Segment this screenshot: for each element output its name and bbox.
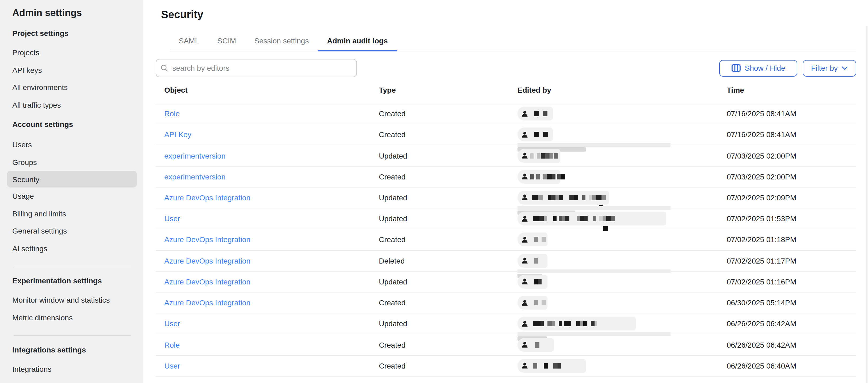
- admin-settings-page: Admin settings Project settingsProjectsA…: [0, 0, 868, 383]
- sidebar-item-projects[interactable]: Projects: [7, 44, 137, 61]
- object-cell: experimentversion: [156, 151, 379, 160]
- time-cell: 06/26/2025 06:40AM: [727, 361, 856, 370]
- redaction-block: [554, 153, 558, 158]
- sidebar-sections: Project settingsProjectsAPI keysAll envi…: [12, 28, 134, 378]
- redaction-block: [535, 342, 539, 347]
- redaction-block: [561, 174, 565, 179]
- redacted-text-bar: [518, 206, 671, 210]
- redaction-block: [534, 132, 539, 138]
- redaction-block: [544, 216, 547, 221]
- sidebar-item-metric-dimensions[interactable]: Metric dimensions: [7, 309, 137, 326]
- table-row: experimentversionCreated07/03/2025 02:00…: [156, 166, 856, 187]
- show-hide-button[interactable]: Show / Hide: [719, 60, 797, 76]
- table-row: RoleCreated07/16/2025 08:41AM: [156, 104, 856, 124]
- filter-by-button[interactable]: Filter by: [803, 60, 856, 76]
- redaction-block: [533, 321, 540, 326]
- scrollbar[interactable]: [866, 26, 867, 383]
- object-link[interactable]: experimentversion: [164, 151, 225, 160]
- redaction-block: [592, 195, 596, 200]
- show-hide-label: Show / Hide: [745, 64, 785, 72]
- redaction-block: [580, 216, 584, 221]
- sidebar-item-monitor-window-and-statistics[interactable]: Monitor window and statistics: [7, 291, 137, 309]
- tab-saml[interactable]: SAML: [169, 32, 208, 52]
- column-header-object: Object: [156, 86, 379, 94]
- sidebar-item-security[interactable]: Security: [7, 171, 137, 187]
- object-link[interactable]: User: [164, 361, 180, 370]
- object-link[interactable]: Azure DevOps Integration: [164, 235, 250, 244]
- object-link[interactable]: User: [164, 214, 180, 223]
- redaction-block: [574, 195, 578, 200]
- search-box[interactable]: [156, 59, 357, 77]
- sidebar-item-integrations[interactable]: Integrations: [7, 360, 137, 378]
- object-link[interactable]: Azure DevOps Integration: [164, 194, 250, 202]
- person-icon: [521, 341, 529, 349]
- sidebar-item-usage[interactable]: Usage: [7, 187, 137, 205]
- sidebar-item-api-keys[interactable]: API keys: [7, 61, 137, 79]
- object-cell: Azure DevOps Integration: [156, 194, 379, 202]
- person-icon: [521, 131, 529, 139]
- time-cell: 07/16/2025 08:41AM: [727, 130, 856, 139]
- page-title: Security: [161, 8, 856, 21]
- sidebar-section-project-settings: Project settingsProjectsAPI keysAll envi…: [12, 28, 134, 114]
- redaction-block: [534, 300, 538, 305]
- object-link[interactable]: API Key: [164, 130, 191, 139]
- redaction-block: [548, 195, 551, 200]
- table-row: Azure DevOps IntegrationDeleted07/02/202…: [156, 251, 856, 271]
- tab-admin-audit-logs[interactable]: Admin audit logs: [318, 32, 397, 52]
- object-cell: User: [156, 320, 379, 328]
- redaction-block: [547, 174, 552, 179]
- object-link[interactable]: Azure DevOps Integration: [164, 298, 250, 307]
- time-cell: 07/02/2025 01:16PM: [727, 277, 856, 286]
- redaction-block: [541, 153, 545, 158]
- redaction-block: [530, 174, 534, 179]
- toolbar-actions: Show / Hide Filter by: [719, 60, 856, 76]
- object-link[interactable]: User: [164, 320, 180, 328]
- table-row: RoleCreated06/26/2025 06:42AM: [156, 334, 856, 355]
- object-cell: API Key: [156, 130, 379, 139]
- redaction-block: [534, 111, 539, 116]
- redaction-block: [559, 195, 563, 200]
- time-cell: 07/02/2025 01:53PM: [727, 214, 856, 223]
- sidebar-item-all-traffic-types[interactable]: All traffic types: [7, 96, 137, 114]
- person-icon: [521, 278, 529, 286]
- object-link[interactable]: Role: [164, 109, 180, 118]
- redaction-block: [537, 153, 540, 158]
- sidebar-section-heading: Project settings: [12, 28, 134, 38]
- object-link[interactable]: experimentversion: [164, 173, 225, 181]
- redaction-block: [533, 216, 539, 221]
- table-row: Azure DevOps IntegrationCreated06/30/202…: [156, 292, 856, 313]
- redaction-block: [577, 216, 580, 221]
- sidebar-item-users[interactable]: Users: [7, 136, 137, 153]
- sidebar-item-all-environments[interactable]: All environments: [7, 79, 137, 96]
- edited-by-cell: [518, 272, 727, 292]
- tab-session-settings[interactable]: Session settings: [245, 32, 318, 52]
- person-icon: [521, 320, 529, 328]
- type-cell: Updated: [379, 151, 518, 160]
- sidebar-item-billing-and-limits[interactable]: Billing and limits: [7, 205, 137, 222]
- type-cell: Created: [379, 361, 518, 370]
- redaction-block: [553, 216, 557, 221]
- time-cell: 07/02/2025 01:17PM: [727, 256, 856, 265]
- object-cell: Role: [156, 109, 379, 118]
- editor-chip: [518, 254, 548, 268]
- object-link[interactable]: Azure DevOps Integration: [164, 256, 250, 265]
- object-link[interactable]: Azure DevOps Integration: [164, 277, 250, 286]
- redaction-block: [534, 258, 538, 263]
- edited-by-cell: [518, 145, 727, 166]
- sidebar-item-general-settings[interactable]: General settings: [7, 222, 137, 240]
- object-link[interactable]: Role: [164, 341, 180, 349]
- redaction-block: [606, 216, 611, 221]
- type-cell: Created: [379, 130, 518, 139]
- time-cell: 07/02/2025 01:18PM: [727, 235, 856, 244]
- redaction-block: [601, 195, 606, 200]
- search-input[interactable]: [171, 63, 352, 73]
- sidebar-item-ai-settings[interactable]: AI settings: [7, 240, 137, 257]
- sidebar-item-groups[interactable]: Groups: [7, 153, 137, 171]
- time-cell: 06/26/2025 06:42AM: [727, 320, 856, 328]
- redaction-block: [591, 321, 594, 326]
- person-icon: [521, 361, 529, 370]
- tab-scim[interactable]: SCIM: [208, 32, 245, 52]
- object-cell: User: [156, 361, 379, 370]
- sidebar-item-list: Monitor window and statisticsMetric dime…: [12, 291, 134, 326]
- type-cell: Created: [379, 341, 518, 349]
